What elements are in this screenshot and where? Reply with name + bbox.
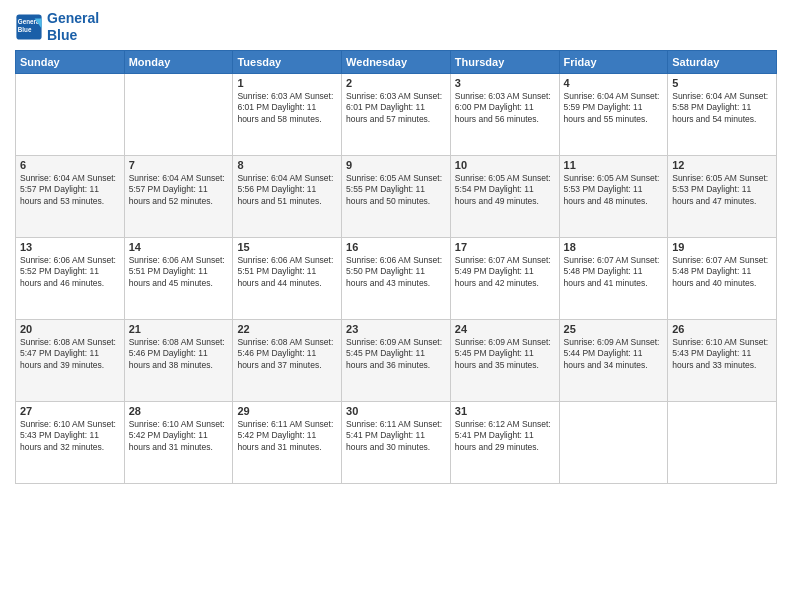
day-info: Sunrise: 6:04 AM Sunset: 5:56 PM Dayligh…	[237, 173, 337, 209]
day-cell: 30Sunrise: 6:11 AM Sunset: 5:41 PM Dayli…	[342, 401, 451, 483]
day-info: Sunrise: 6:06 AM Sunset: 5:52 PM Dayligh…	[20, 255, 120, 291]
header: General Blue General Blue	[15, 10, 777, 44]
day-number: 19	[672, 241, 772, 253]
day-number: 1	[237, 77, 337, 89]
day-info: Sunrise: 6:09 AM Sunset: 5:44 PM Dayligh…	[564, 337, 664, 373]
day-cell: 29Sunrise: 6:11 AM Sunset: 5:42 PM Dayli…	[233, 401, 342, 483]
day-number: 16	[346, 241, 446, 253]
day-info: Sunrise: 6:04 AM Sunset: 5:59 PM Dayligh…	[564, 91, 664, 127]
day-info: Sunrise: 6:04 AM Sunset: 5:57 PM Dayligh…	[20, 173, 120, 209]
day-number: 8	[237, 159, 337, 171]
day-cell: 19Sunrise: 6:07 AM Sunset: 5:48 PM Dayli…	[668, 237, 777, 319]
day-cell: 4Sunrise: 6:04 AM Sunset: 5:59 PM Daylig…	[559, 73, 668, 155]
weekday-header-sunday: Sunday	[16, 50, 125, 73]
day-info: Sunrise: 6:06 AM Sunset: 5:50 PM Dayligh…	[346, 255, 446, 291]
day-info: Sunrise: 6:09 AM Sunset: 5:45 PM Dayligh…	[346, 337, 446, 373]
day-cell: 6Sunrise: 6:04 AM Sunset: 5:57 PM Daylig…	[16, 155, 125, 237]
day-cell	[124, 73, 233, 155]
day-cell: 5Sunrise: 6:04 AM Sunset: 5:58 PM Daylig…	[668, 73, 777, 155]
day-cell	[668, 401, 777, 483]
day-cell: 13Sunrise: 6:06 AM Sunset: 5:52 PM Dayli…	[16, 237, 125, 319]
day-number: 20	[20, 323, 120, 335]
day-cell: 7Sunrise: 6:04 AM Sunset: 5:57 PM Daylig…	[124, 155, 233, 237]
calendar-table: SundayMondayTuesdayWednesdayThursdayFrid…	[15, 50, 777, 484]
week-row-3: 13Sunrise: 6:06 AM Sunset: 5:52 PM Dayli…	[16, 237, 777, 319]
day-number: 18	[564, 241, 664, 253]
svg-text:Blue: Blue	[18, 26, 32, 33]
week-row-1: 1Sunrise: 6:03 AM Sunset: 6:01 PM Daylig…	[16, 73, 777, 155]
day-info: Sunrise: 6:07 AM Sunset: 5:49 PM Dayligh…	[455, 255, 555, 291]
day-cell: 12Sunrise: 6:05 AM Sunset: 5:53 PM Dayli…	[668, 155, 777, 237]
day-cell: 11Sunrise: 6:05 AM Sunset: 5:53 PM Dayli…	[559, 155, 668, 237]
day-info: Sunrise: 6:08 AM Sunset: 5:46 PM Dayligh…	[237, 337, 337, 373]
day-cell	[559, 401, 668, 483]
day-cell: 8Sunrise: 6:04 AM Sunset: 5:56 PM Daylig…	[233, 155, 342, 237]
day-number: 4	[564, 77, 664, 89]
day-cell: 20Sunrise: 6:08 AM Sunset: 5:47 PM Dayli…	[16, 319, 125, 401]
day-cell: 21Sunrise: 6:08 AM Sunset: 5:46 PM Dayli…	[124, 319, 233, 401]
day-number: 23	[346, 323, 446, 335]
day-cell: 15Sunrise: 6:06 AM Sunset: 5:51 PM Dayli…	[233, 237, 342, 319]
day-info: Sunrise: 6:11 AM Sunset: 5:41 PM Dayligh…	[346, 419, 446, 455]
day-info: Sunrise: 6:07 AM Sunset: 5:48 PM Dayligh…	[564, 255, 664, 291]
day-number: 30	[346, 405, 446, 417]
day-cell	[16, 73, 125, 155]
day-number: 31	[455, 405, 555, 417]
day-cell: 25Sunrise: 6:09 AM Sunset: 5:44 PM Dayli…	[559, 319, 668, 401]
day-number: 27	[20, 405, 120, 417]
day-cell: 22Sunrise: 6:08 AM Sunset: 5:46 PM Dayli…	[233, 319, 342, 401]
day-info: Sunrise: 6:06 AM Sunset: 5:51 PM Dayligh…	[129, 255, 229, 291]
day-cell: 26Sunrise: 6:10 AM Sunset: 5:43 PM Dayli…	[668, 319, 777, 401]
day-info: Sunrise: 6:03 AM Sunset: 6:01 PM Dayligh…	[346, 91, 446, 127]
day-info: Sunrise: 6:10 AM Sunset: 5:42 PM Dayligh…	[129, 419, 229, 455]
day-number: 6	[20, 159, 120, 171]
day-cell: 18Sunrise: 6:07 AM Sunset: 5:48 PM Dayli…	[559, 237, 668, 319]
day-cell: 3Sunrise: 6:03 AM Sunset: 6:00 PM Daylig…	[450, 73, 559, 155]
day-number: 5	[672, 77, 772, 89]
logo-text-blue: Blue	[47, 27, 99, 44]
weekday-header-saturday: Saturday	[668, 50, 777, 73]
day-cell: 16Sunrise: 6:06 AM Sunset: 5:50 PM Dayli…	[342, 237, 451, 319]
day-cell: 14Sunrise: 6:06 AM Sunset: 5:51 PM Dayli…	[124, 237, 233, 319]
day-info: Sunrise: 6:03 AM Sunset: 6:00 PM Dayligh…	[455, 91, 555, 127]
day-cell: 2Sunrise: 6:03 AM Sunset: 6:01 PM Daylig…	[342, 73, 451, 155]
day-info: Sunrise: 6:08 AM Sunset: 5:47 PM Dayligh…	[20, 337, 120, 373]
day-info: Sunrise: 6:07 AM Sunset: 5:48 PM Dayligh…	[672, 255, 772, 291]
day-info: Sunrise: 6:05 AM Sunset: 5:54 PM Dayligh…	[455, 173, 555, 209]
weekday-header-thursday: Thursday	[450, 50, 559, 73]
day-number: 17	[455, 241, 555, 253]
week-row-5: 27Sunrise: 6:10 AM Sunset: 5:43 PM Dayli…	[16, 401, 777, 483]
general-blue-logo-icon: General Blue	[15, 13, 43, 41]
page: General Blue General Blue SundayMondayTu…	[0, 0, 792, 612]
weekday-header-row: SundayMondayTuesdayWednesdayThursdayFrid…	[16, 50, 777, 73]
day-cell: 23Sunrise: 6:09 AM Sunset: 5:45 PM Dayli…	[342, 319, 451, 401]
day-cell: 27Sunrise: 6:10 AM Sunset: 5:43 PM Dayli…	[16, 401, 125, 483]
day-info: Sunrise: 6:04 AM Sunset: 5:58 PM Dayligh…	[672, 91, 772, 127]
day-info: Sunrise: 6:04 AM Sunset: 5:57 PM Dayligh…	[129, 173, 229, 209]
day-number: 2	[346, 77, 446, 89]
day-number: 26	[672, 323, 772, 335]
day-number: 14	[129, 241, 229, 253]
day-info: Sunrise: 6:12 AM Sunset: 5:41 PM Dayligh…	[455, 419, 555, 455]
weekday-header-monday: Monday	[124, 50, 233, 73]
logo: General Blue General Blue	[15, 10, 99, 44]
day-info: Sunrise: 6:05 AM Sunset: 5:55 PM Dayligh…	[346, 173, 446, 209]
logo-text-general: General	[47, 10, 99, 27]
day-number: 10	[455, 159, 555, 171]
weekday-header-wednesday: Wednesday	[342, 50, 451, 73]
week-row-4: 20Sunrise: 6:08 AM Sunset: 5:47 PM Dayli…	[16, 319, 777, 401]
day-number: 13	[20, 241, 120, 253]
day-cell: 28Sunrise: 6:10 AM Sunset: 5:42 PM Dayli…	[124, 401, 233, 483]
day-number: 9	[346, 159, 446, 171]
day-number: 3	[455, 77, 555, 89]
day-info: Sunrise: 6:11 AM Sunset: 5:42 PM Dayligh…	[237, 419, 337, 455]
week-row-2: 6Sunrise: 6:04 AM Sunset: 5:57 PM Daylig…	[16, 155, 777, 237]
day-number: 25	[564, 323, 664, 335]
day-info: Sunrise: 6:10 AM Sunset: 5:43 PM Dayligh…	[672, 337, 772, 373]
day-number: 21	[129, 323, 229, 335]
day-number: 28	[129, 405, 229, 417]
day-number: 24	[455, 323, 555, 335]
day-info: Sunrise: 6:06 AM Sunset: 5:51 PM Dayligh…	[237, 255, 337, 291]
day-cell: 9Sunrise: 6:05 AM Sunset: 5:55 PM Daylig…	[342, 155, 451, 237]
day-info: Sunrise: 6:05 AM Sunset: 5:53 PM Dayligh…	[672, 173, 772, 209]
